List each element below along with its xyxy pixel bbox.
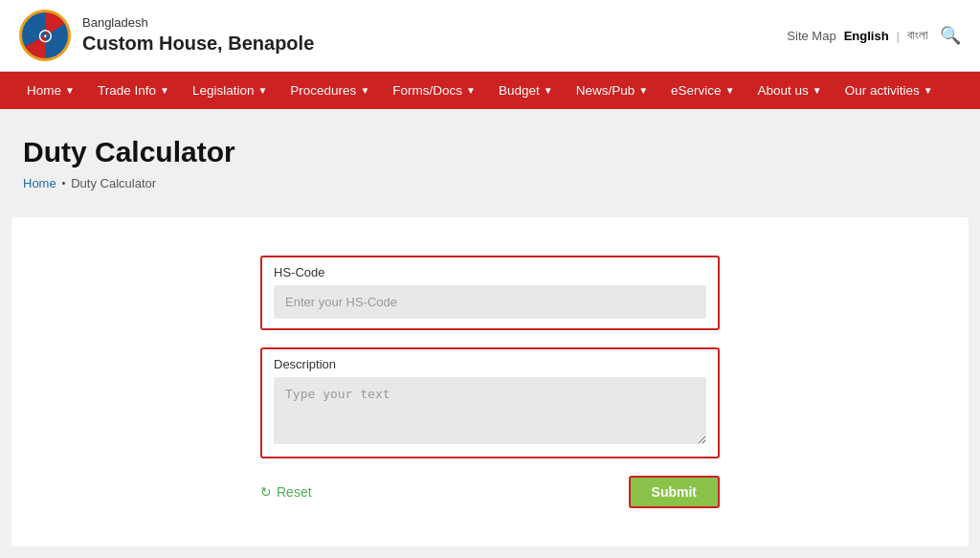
nav-trade-info[interactable]: Trade Info ▼ (86, 72, 181, 109)
hs-code-field-group: HS-Code (260, 256, 720, 330)
nav-eservice[interactable]: eService ▼ (659, 72, 746, 109)
chevron-down-icon: ▼ (544, 85, 553, 96)
breadcrumb-current: Duty Calculator (71, 176, 156, 190)
chevron-down-icon: ▼ (813, 85, 822, 96)
duty-calculator-form: HS-Code Description ↻ Reset Submit (260, 256, 720, 508)
sitemap-link[interactable]: Site Map (787, 29, 835, 43)
lang-english[interactable]: English (844, 29, 889, 43)
chevron-down-icon: ▼ (360, 85, 369, 96)
chevron-down-icon: ▼ (924, 85, 933, 96)
description-label: Description (274, 357, 706, 371)
nav-procedures[interactable]: Procedures ▼ (278, 72, 381, 109)
header-logo-area: Bangladesh Custom House, Benapole (19, 10, 314, 61)
org-line1: Bangladesh (82, 15, 314, 32)
breadcrumb-separator: • (62, 178, 66, 189)
site-logo (19, 10, 71, 61)
breadcrumb-home[interactable]: Home (23, 176, 56, 190)
submit-button[interactable]: Submit (629, 476, 720, 508)
nav-our-activities[interactable]: Our activities ▼ (834, 72, 945, 109)
hs-code-label: HS-Code (274, 265, 706, 279)
nav-budget[interactable]: Budget ▼ (487, 72, 565, 109)
nav-legislation[interactable]: Legislation ▼ (181, 72, 278, 109)
main-content: HS-Code Description ↻ Reset Submit (11, 217, 969, 547)
breadcrumb: Home • Duty Calculator (23, 176, 957, 190)
main-navbar: Home ▼ Trade Info ▼ Legislation ▼ Proced… (0, 72, 980, 109)
header-title: Bangladesh Custom House, Benapole (82, 15, 314, 56)
nav-home[interactable]: Home ▼ (15, 72, 86, 109)
nav-forms-docs[interactable]: Forms/Docs ▼ (381, 72, 487, 109)
page-title: Duty Calculator (23, 136, 957, 168)
lang-bangla[interactable]: বাংলা (907, 28, 928, 43)
page-title-area: Duty Calculator Home • Duty Calculator (0, 109, 980, 202)
description-textarea[interactable] (274, 377, 706, 444)
nav-about-us[interactable]: About us ▼ (746, 72, 834, 109)
chevron-down-icon: ▼ (257, 85, 267, 96)
description-field-group: Description (260, 347, 720, 458)
lang-separator: | (897, 29, 900, 43)
site-header: Bangladesh Custom House, Benapole Site M… (0, 0, 980, 72)
chevron-down-icon: ▼ (466, 85, 476, 96)
nav-news-pub[interactable]: News/Pub ▼ (565, 72, 659, 109)
chevron-down-icon: ▼ (725, 85, 735, 96)
chevron-down-icon: ▼ (638, 85, 648, 96)
reset-button[interactable]: ↻ Reset (260, 484, 312, 500)
hs-code-input[interactable] (274, 285, 706, 319)
chevron-down-icon: ▼ (65, 85, 75, 96)
chevron-down-icon: ▼ (160, 85, 169, 96)
header-right-area: Site Map English | বাংলা 🔍 (787, 25, 961, 46)
search-button[interactable]: 🔍 (940, 25, 961, 46)
org-line2: Custom House, Benapole (82, 31, 314, 56)
reset-icon: ↻ (260, 484, 272, 500)
form-actions: ↻ Reset Submit (260, 476, 720, 508)
